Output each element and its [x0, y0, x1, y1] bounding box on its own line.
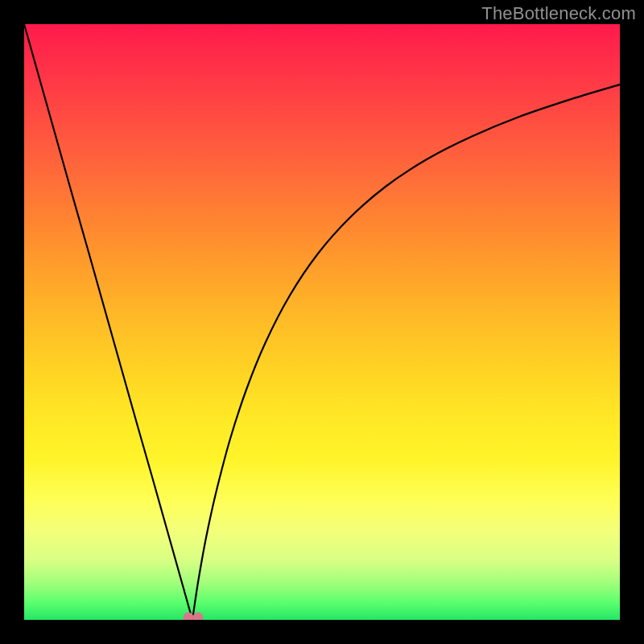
min-dot-2 [193, 613, 203, 620]
chart-svg [24, 24, 620, 620]
outer-frame: TheBottleneck.com [0, 0, 644, 644]
watermark-text: TheBottleneck.com [481, 3, 636, 24]
min-dot-1 [184, 613, 193, 620]
curve-right-branch [192, 85, 620, 620]
curve-left-branch [24, 24, 192, 620]
